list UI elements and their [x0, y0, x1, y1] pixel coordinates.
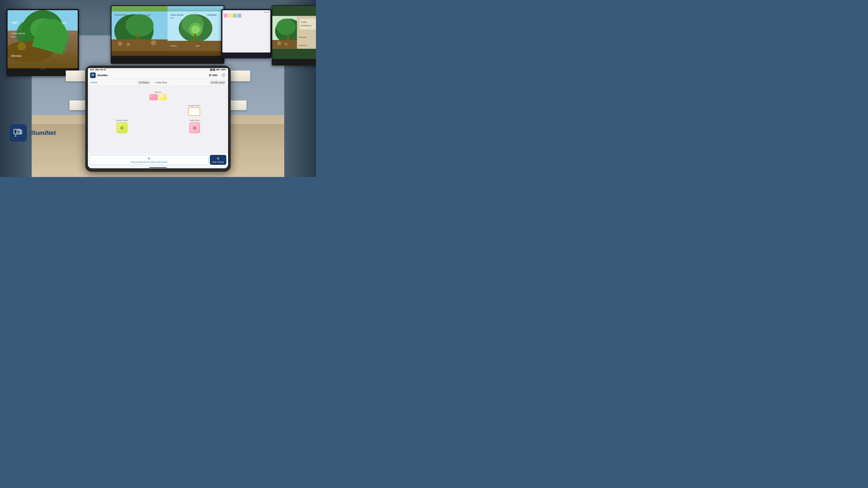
svg-point-15 [125, 14, 153, 37]
svg-text:Sugar: Sugar [60, 25, 66, 27]
edit-icon: ⊞ [211, 82, 213, 84]
svg-point-19 [126, 43, 130, 46]
back-button[interactable]: ‹ Home [90, 81, 97, 84]
svg-text:CO₂: CO₂ [170, 17, 174, 19]
svg-point-5 [18, 42, 26, 51]
banana-team-group: Banana Team ⊡ [116, 119, 128, 133]
svg-text:Cortex: Cortex [301, 21, 307, 23]
svg-point-18 [118, 41, 122, 46]
svg-text:Endodermis: Endodermis [301, 25, 312, 27]
share-bar: ⧉ Drag an object here to share to all sc… [88, 153, 228, 166]
svg-point-40 [277, 41, 281, 45]
teacher-screen-pink[interactable] [149, 94, 158, 100]
svg-point-41 [285, 43, 287, 46]
tv-center: Photosynthesis Cortex Carbon dioxide [111, 5, 224, 64]
edit-layout-button[interactable]: ⊞ Edit Layout [209, 80, 226, 85]
svg-text:Oxygen: Oxygen [60, 22, 67, 24]
nav-bar: ‹ Home ⊞ Display ○ Class Story ⊞ Edit La… [88, 79, 228, 86]
nav-tabs: ⊞ Display ○ Class Story [137, 80, 169, 85]
svg-point-37 [276, 19, 296, 35]
svg-text:Chloroplast: Chloroplast [207, 14, 217, 16]
drag-drop-zone[interactable]: ⧉ Drag an object here to share to all sc… [90, 155, 209, 165]
svg-point-20 [151, 40, 156, 45]
logo-text: IllumiNet [30, 129, 56, 136]
illuminet-logo-section: IllumiNet [9, 124, 56, 142]
home-indicator [149, 167, 167, 168]
banana-team-screen[interactable]: ⊡ [117, 122, 127, 133]
stop-sharing-label: Stop Sharing [212, 161, 224, 163]
tablet-screen: IllumiNet 2F #201 ? ‹ Home ⊞ Display [88, 71, 228, 168]
book-icon: ○ [154, 82, 155, 84]
drag-label: Drag an object here to share to all scre… [131, 161, 167, 163]
tablet-device: 9:41 Mon Jun 10 ▐▐▐▐ WiFi 100% [85, 65, 231, 172]
status-bar: 9:41 Mon Jun 10 ▐▐▐▐ WiFi 100% [88, 68, 228, 71]
svg-text:Water: Water [195, 45, 200, 47]
share-icon: ⧉ [148, 157, 150, 160]
teacher-screen-yellow[interactable] [158, 94, 166, 100]
orange-team-group: Orange Team [188, 104, 200, 116]
tab-display[interactable]: ⊞ Display [137, 80, 151, 85]
status-time: 9:41 [90, 69, 94, 71]
stop-sharing-button[interactable]: ⧉ Stop Sharing [210, 155, 226, 165]
svg-text:Minerals: Minerals [11, 54, 22, 58]
apple-team-screen[interactable]: ⊡ [189, 122, 200, 133]
svg-text:Chloroplast: Chloroplast [299, 36, 307, 38]
wifi-icon: WiFi [216, 69, 220, 71]
teacher-screens [149, 94, 166, 100]
svg-text:CO₂: CO₂ [11, 36, 15, 38]
svg-text:Photosynthesis: Photosynthesis [114, 14, 128, 16]
banana-team-label: Banana Team [116, 119, 128, 122]
location-label: 2F #201 [209, 74, 217, 76]
svg-text:Carbon dioxide: Carbon dioxide [11, 32, 25, 34]
camera-icon-apple: ⊡ [193, 126, 196, 130]
app-name: IllumiNet [97, 74, 107, 76]
tv-right-1: 09:41 AM [221, 9, 272, 58]
teacher-label: Teacher [155, 91, 161, 93]
battery-level: 100% [221, 69, 226, 71]
logo-icon [9, 124, 27, 142]
tv-right-2: Cortex Endodermis Chloroplast Endodermis [272, 5, 316, 65]
svg-text:Carbon dioxide: Carbon dioxide [170, 14, 184, 16]
svg-point-27 [191, 26, 199, 34]
svg-text:Minerals: Minerals [170, 45, 177, 47]
svg-point-1 [37, 24, 69, 51]
camera-icon-banana: ⊡ [120, 126, 123, 130]
svg-rect-50 [17, 131, 22, 134]
svg-text:Light: Light [11, 21, 18, 24]
apple-team-label: Apple Team [189, 119, 199, 122]
svg-rect-43 [300, 19, 316, 30]
svg-point-2 [30, 18, 55, 39]
main-content: Teacher Orange Team Banana Team ⊡ [88, 86, 228, 153]
svg-rect-55 [92, 74, 94, 75]
svg-point-6 [60, 44, 67, 52]
back-chevron: ‹ [90, 81, 91, 84]
display-icon: ⊞ [139, 82, 141, 84]
teacher-group: Teacher [149, 91, 166, 100]
stop-sharing-icon: ⧉ [217, 157, 219, 160]
tablet-frame: 9:41 Mon Jun 10 ▐▐▐▐ WiFi 100% [85, 65, 231, 172]
apple-team-group: Apple Team ⊡ [189, 119, 200, 133]
app-icon-small [90, 72, 96, 78]
signal-icon: ▐▐▐▐ [209, 69, 215, 71]
help-button[interactable]: ? [221, 73, 226, 78]
app-header: IllumiNet 2F #201 ? [88, 71, 228, 79]
status-date: Mon Jun 10 [95, 69, 106, 71]
back-label: Home [91, 81, 97, 84]
svg-text:Endodermis: Endodermis [299, 45, 307, 46]
tab-class-story[interactable]: ○ Class Story [152, 80, 169, 85]
svg-text:Cortex: Cortex [145, 14, 151, 16]
orange-team-label: Orange Team [188, 104, 200, 107]
orange-team-screen[interactable] [188, 107, 200, 116]
